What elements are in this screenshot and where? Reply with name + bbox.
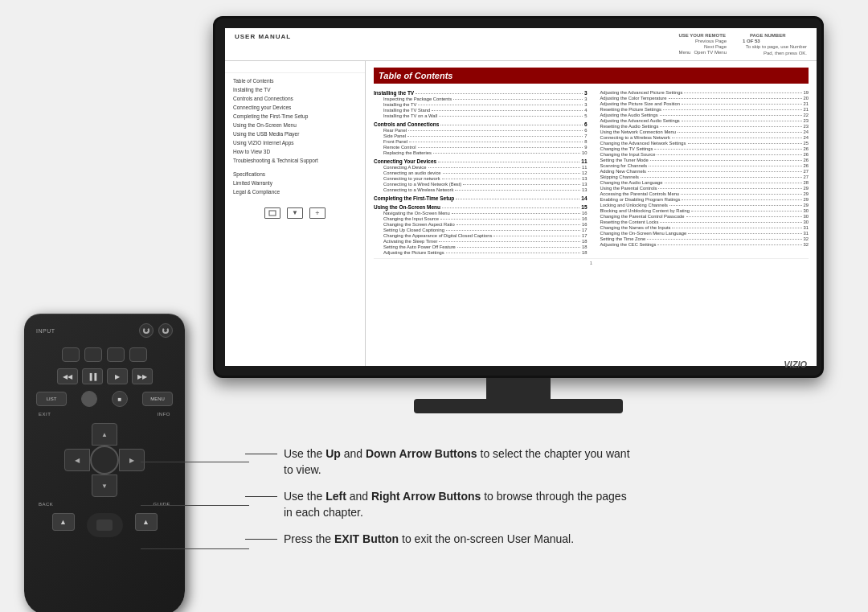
toc-section-dots	[416, 90, 583, 94]
sidebar-item-toc[interactable]: Table of Contents	[225, 76, 365, 85]
toc-entry: Scanning for Channels26	[596, 163, 809, 168]
toc-entry: Connecting to your network13	[374, 176, 588, 181]
secondary-power-button[interactable]	[158, 323, 173, 338]
pause-button[interactable]: ▐▐	[82, 368, 103, 384]
bottom-left-arrow-button[interactable]: ▲	[52, 513, 75, 531]
stop-button[interactable]: ■	[112, 391, 128, 407]
tv-stand-base	[414, 399, 623, 413]
toc-entry: Changing the Audio Language28	[596, 180, 809, 185]
toc-entry: Changing the On-Screen Menu Language31	[596, 231, 809, 236]
list-button[interactable]: LIST	[36, 392, 67, 406]
remote-top-row: INPUT	[24, 314, 185, 344]
color-btn-2[interactable]	[84, 347, 102, 362]
toc-section-label: Connecting Your Devices	[374, 158, 436, 164]
sidebar-item-troubleshoot[interactable]: Troubleshooting & Technical Support	[225, 156, 365, 165]
toc-entry: Navigating the On-Screen Menu16	[374, 211, 588, 216]
bottom-right-arrow-button[interactable]: ▲	[135, 513, 158, 531]
toc-entry: Connecting an audio device12	[374, 170, 588, 175]
dpad-right-button[interactable]: ▶	[119, 449, 145, 471]
callout-1: Use the Up and Down Arrow Buttons to sel…	[245, 446, 824, 478]
toc-entry: Installing the TV Stand4	[374, 108, 588, 113]
nav-prev-page: Previous Page	[678, 39, 727, 43]
sidebar-icon-screen[interactable]	[264, 207, 280, 219]
callout-section: Use the Up and Down Arrow Buttons to sel…	[245, 446, 824, 559]
dpad-middle-row: ◀ ▶	[64, 446, 145, 474]
dpad-left-button[interactable]: ◀	[64, 449, 90, 471]
color-button-row	[24, 347, 185, 362]
sidebar-item-3d[interactable]: How to View 3D	[225, 147, 365, 156]
toc-entry: Setting Up Closed Captioning17	[374, 228, 588, 232]
fast-forward-button[interactable]: ▶▶	[132, 368, 153, 384]
color-btn-4[interactable]	[129, 347, 147, 362]
secondary-power-icon	[162, 327, 169, 334]
sidebar-item-vizio[interactable]: Using VIZIO Internet Apps	[225, 138, 365, 147]
toc-entry: Installing the TV3	[374, 102, 588, 107]
dpad-up-button[interactable]: ▲	[92, 423, 117, 446]
toc-columns: Installing the TV 3 Inspecting the Packa…	[374, 90, 809, 258]
color-btn-1[interactable]	[62, 347, 80, 362]
toc-entry: Connecting A Device11	[374, 165, 588, 170]
toc-entry: Changing the Input Source16	[374, 216, 588, 221]
toc-section-label: Controls and Connections	[374, 121, 439, 127]
toc-entry: Resetting the Picture Settings21	[596, 107, 809, 112]
toc-entry: Adjusting the CEC Settings32	[596, 242, 809, 247]
sidebar-icon-plus[interactable]: +	[309, 207, 326, 219]
nav-header-right: PAGE NUMBER	[750, 33, 786, 38]
toc-section-label: Installing the TV	[374, 90, 414, 96]
dpad-down-button[interactable]: ▼	[92, 474, 117, 497]
toc-entry: Adjusting the Advanced Picture Settings1…	[596, 90, 809, 95]
callout-2: Use the Left and Right Arrow Buttons to …	[245, 489, 824, 520]
toc-entry: Changing the Names of the Inputs31	[596, 225, 809, 230]
toc-entry: Resetting the Audio Settings23	[596, 124, 809, 129]
list-menu-row: LIST ■ MENU	[24, 388, 185, 410]
menu-button[interactable]: MENU	[142, 392, 173, 406]
back-label: BACK	[39, 502, 53, 507]
toc-entry: Activating the Sleep Timer18	[374, 239, 588, 244]
toc-entry: Front Panel8	[374, 139, 588, 144]
toc-section-page: 3	[584, 90, 588, 96]
toc-right-col: Adjusting the Advanced Picture Settings1…	[596, 90, 809, 258]
callout-text-3: Press the EXIT Button to exit the on-scr…	[284, 532, 574, 548]
sidebar-item-specs[interactable]: Specifications	[225, 170, 365, 179]
toc-section-connecting: Connecting Your Devices 11 Connecting A …	[374, 158, 588, 192]
color-btn-3[interactable]	[107, 347, 125, 362]
sidebar-icon-down[interactable]: ▼	[287, 207, 303, 219]
toc-entry: Adjusting the Advanced Audio Settings23	[596, 118, 809, 123]
remote-bottom-row: ▲ ▲	[24, 508, 185, 542]
sidebar-item-controls[interactable]: Controls and Connections	[225, 94, 365, 103]
nav-header-left: USE YOUR REMOTE	[678, 33, 726, 38]
toc-entry: Setting the Tuner Mode26	[596, 158, 809, 162]
toc-entry: Remote Control9	[374, 145, 588, 150]
sidebar-nav-items: Table of Contents Installing the TV Cont…	[225, 76, 365, 196]
toc-entry: Setting the Auto Power Off Feature18	[374, 244, 588, 249]
manual-sidebar: Table of Contents Installing the TV Cont…	[225, 61, 366, 366]
dpad-ok-button[interactable]	[90, 446, 119, 474]
rewind-button[interactable]: ◀◀	[57, 368, 78, 384]
play-button[interactable]: ▶	[107, 368, 128, 384]
power-button[interactable]	[139, 323, 154, 338]
dot-button[interactable]	[81, 391, 97, 407]
sidebar-item-legal[interactable]: Legal & Compliance	[225, 187, 365, 196]
toc-entry: Inspecting the Package Contents3	[374, 97, 588, 101]
callout-dash-3	[245, 539, 277, 540]
toc-entry: Adjusting the Picture Settings18	[374, 250, 588, 255]
page-number: 1 OF 53	[743, 39, 760, 43]
sidebar-item-onscreen[interactable]: Using the On-Screen Menu	[225, 121, 365, 129]
toc-title: Table of Contents	[374, 68, 809, 84]
toc-entry: Changing the Input Source26	[596, 152, 809, 157]
toc-entry: Changing the Appearance of Digital Close…	[374, 233, 588, 238]
sidebar-item-usb[interactable]: Using the USB Media Player	[225, 129, 365, 138]
remote-nav-disc[interactable]	[87, 513, 123, 537]
toc-entry: Connecting to a Wired Network (Best)13	[374, 182, 588, 187]
toc-entry: Using the Network Connection Menu24	[596, 129, 809, 134]
toc-section-controls: Controls and Connections 6 Rear Panel6 S…	[374, 121, 588, 155]
sidebar-item-installing[interactable]: Installing the TV	[225, 85, 365, 94]
sidebar-item-setup[interactable]: Completing the First-Time Setup	[225, 112, 365, 121]
sidebar-item-warranty[interactable]: Limited Warranty	[225, 179, 365, 187]
toc-section-page: 11	[581, 158, 587, 164]
toc-entry: Setting the Time Zone32	[596, 236, 809, 241]
nav-menu-label: Menu	[678, 50, 690, 55]
sidebar-item-connecting[interactable]: Connecting your Devices	[225, 103, 365, 112]
exit-label: EXIT	[39, 412, 51, 417]
manual-header: USER MANUAL USE YOUR REMOTE PAGE NUMBER	[225, 28, 817, 61]
